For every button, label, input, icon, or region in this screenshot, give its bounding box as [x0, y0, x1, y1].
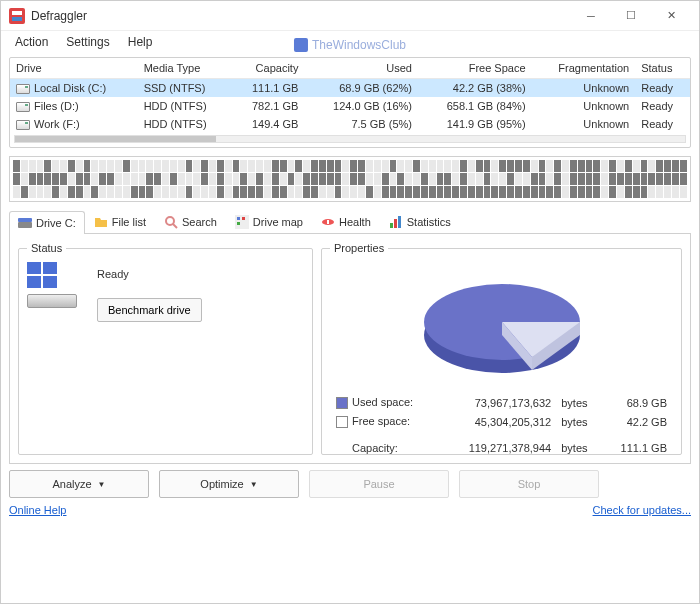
svg-rect-0: [9, 8, 25, 24]
tab-search[interactable]: Search: [155, 210, 226, 233]
check-updates-link[interactable]: Check for updates...: [593, 504, 691, 516]
properties-group: Properties Used space: 73,967,173,632 by…: [321, 242, 682, 455]
svg-rect-13: [390, 223, 393, 228]
tab-drive-c[interactable]: Drive C:: [9, 211, 85, 234]
disk-illustration: [27, 262, 77, 308]
pie-chart: [330, 262, 673, 392]
menubar: Action Settings Help: [1, 31, 699, 53]
svg-line-6: [173, 224, 177, 228]
svg-rect-2: [12, 17, 22, 21]
col-drive[interactable]: Drive: [10, 58, 138, 79]
tab-drive-map[interactable]: Drive map: [226, 210, 312, 233]
col-used[interactable]: Used: [304, 58, 418, 79]
drive-icon: [18, 216, 32, 230]
tab-statistics[interactable]: Statistics: [380, 210, 460, 233]
col-media[interactable]: Media Type: [138, 58, 232, 79]
status-group: Status Ready Benchmark drive TheWindowsC…: [18, 242, 313, 455]
tab-search-label: Search: [182, 216, 217, 228]
status-legend: Status: [27, 242, 66, 254]
tab-file-list[interactable]: File list: [85, 210, 155, 233]
used-swatch: [336, 397, 348, 409]
svg-rect-14: [394, 219, 397, 228]
properties-table: Used space: 73,967,173,632 bytes 68.9 GB…: [330, 392, 673, 458]
health-icon: [321, 215, 335, 229]
optimize-button[interactable]: Optimize▼: [159, 470, 299, 498]
svg-rect-12: [327, 220, 329, 224]
tab-file-list-label: File list: [112, 216, 146, 228]
table-row[interactable]: Local Disk (C:)SSD (NTFS)111.1 GB68.9 GB…: [10, 79, 690, 98]
tab-health-label: Health: [339, 216, 371, 228]
svg-rect-3: [18, 222, 32, 228]
drive-list-panel: Drive Media Type Capacity Used Free Spac…: [9, 57, 691, 148]
drive-icon: [16, 120, 30, 130]
table-row[interactable]: Work (F:)HDD (NTFS)149.4 GB7.5 GB (5%)14…: [10, 115, 690, 133]
svg-rect-15: [398, 216, 401, 228]
stats-icon: [389, 215, 403, 229]
cluster-map[interactable]: [9, 156, 691, 202]
minimize-button[interactable]: ─: [571, 2, 611, 30]
chevron-down-icon: ▼: [250, 480, 258, 489]
menu-help[interactable]: Help: [120, 33, 161, 51]
svg-rect-1: [12, 11, 22, 15]
stop-button[interactable]: Stop: [459, 470, 599, 498]
map-icon: [235, 215, 249, 229]
svg-rect-8: [237, 217, 240, 220]
chevron-down-icon: ▼: [98, 480, 106, 489]
col-frag[interactable]: Fragmentation: [532, 58, 636, 79]
col-capacity[interactable]: Capacity: [231, 58, 304, 79]
col-status[interactable]: Status: [635, 58, 690, 79]
free-swatch: [336, 416, 348, 428]
svg-rect-4: [18, 218, 32, 222]
online-help-link[interactable]: Online Help: [9, 504, 66, 516]
used-space-row: Used space: 73,967,173,632 bytes 68.9 GB: [332, 394, 671, 411]
horizontal-scrollbar[interactable]: [14, 135, 686, 143]
close-button[interactable]: ✕: [651, 2, 691, 30]
analyze-button[interactable]: Analyze▼: [9, 470, 149, 498]
table-row[interactable]: Files (D:)HDD (NTFS)782.1 GB124.0 GB (16…: [10, 97, 690, 115]
status-text: Ready: [97, 268, 202, 280]
pause-button[interactable]: Pause: [309, 470, 449, 498]
drive-table[interactable]: Drive Media Type Capacity Used Free Spac…: [10, 58, 690, 133]
app-icon: [9, 8, 25, 24]
capacity-row: Capacity: 119,271,378,944 bytes 111.1 GB: [332, 440, 671, 456]
tab-bar: Drive C: File list Search Drive map Heal…: [9, 210, 691, 234]
tab-drive-map-label: Drive map: [253, 216, 303, 228]
tab-content: Status Ready Benchmark drive TheWindowsC…: [9, 234, 691, 464]
action-buttons: Analyze▼ Optimize▼ Pause Stop: [9, 470, 691, 498]
free-space-row: Free space: 45,304,205,312 bytes 42.2 GB: [332, 413, 671, 430]
svg-point-5: [166, 217, 174, 225]
col-free[interactable]: Free Space: [418, 58, 532, 79]
drive-icon: [16, 84, 30, 94]
titlebar: Defraggler ─ ☐ ✕: [1, 1, 699, 31]
drive-icon: [16, 102, 30, 112]
tab-statistics-label: Statistics: [407, 216, 451, 228]
footer: Online Help Check for updates...: [9, 504, 691, 516]
properties-legend: Properties: [330, 242, 388, 254]
maximize-button[interactable]: ☐: [611, 2, 651, 30]
search-icon: [164, 215, 178, 229]
window-title: Defraggler: [31, 9, 571, 23]
svg-rect-10: [237, 222, 240, 225]
windows-logo-icon: [27, 262, 77, 288]
folder-icon: [94, 215, 108, 229]
menu-action[interactable]: Action: [7, 33, 56, 51]
tab-drive-c-label: Drive C:: [36, 217, 76, 229]
benchmark-button[interactable]: Benchmark drive: [97, 298, 202, 322]
menu-settings[interactable]: Settings: [58, 33, 117, 51]
tab-health[interactable]: Health: [312, 210, 380, 233]
svg-rect-9: [242, 217, 245, 220]
